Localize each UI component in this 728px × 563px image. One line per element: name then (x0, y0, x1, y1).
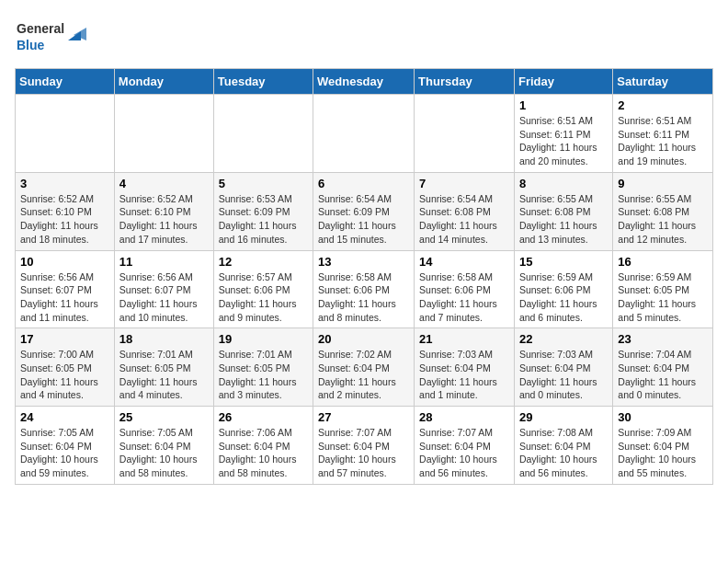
day-cell: 17Sunrise: 7:00 AM Sunset: 6:05 PM Dayli… (16, 328, 115, 407)
day-number: 14 (419, 255, 509, 269)
day-info: Sunrise: 7:00 AM Sunset: 6:05 PM Dayligh… (20, 348, 109, 402)
day-number: 25 (119, 410, 209, 424)
day-number: 6 (318, 177, 409, 190)
calendar-table: SundayMondayTuesdayWednesdayThursdayFrid… (15, 68, 713, 485)
day-number: 20 (318, 332, 409, 346)
day-number: 28 (419, 410, 509, 424)
day-cell: 19Sunrise: 7:01 AM Sunset: 6:05 PM Dayli… (213, 328, 313, 407)
day-cell: 20Sunrise: 7:02 AM Sunset: 6:04 PM Dayli… (313, 328, 415, 407)
day-cell: 29Sunrise: 7:08 AM Sunset: 6:04 PM Dayli… (514, 407, 612, 485)
day-number: 19 (219, 332, 308, 346)
day-number: 16 (618, 255, 708, 269)
day-cell: 15Sunrise: 6:59 AM Sunset: 6:06 PM Dayli… (514, 250, 612, 328)
day-number: 22 (519, 332, 608, 346)
logo-icon: General Blue (15, 15, 97, 55)
week-row-5: 24Sunrise: 7:05 AM Sunset: 6:04 PM Dayli… (16, 407, 713, 485)
day-cell (16, 95, 115, 173)
day-cell: 14Sunrise: 6:58 AM Sunset: 6:06 PM Dayli… (415, 250, 515, 328)
day-info: Sunrise: 6:57 AM Sunset: 6:06 PM Dayligh… (219, 270, 308, 325)
day-cell: 23Sunrise: 7:04 AM Sunset: 6:04 PM Dayli… (613, 328, 713, 407)
day-number: 15 (519, 255, 608, 269)
logo-text: General Blue (15, 15, 97, 59)
day-cell: 8Sunrise: 6:55 AM Sunset: 6:08 PM Daylig… (514, 172, 612, 250)
day-info: Sunrise: 7:06 AM Sunset: 6:04 PM Dayligh… (219, 426, 308, 480)
day-info: Sunrise: 7:01 AM Sunset: 6:05 PM Dayligh… (219, 348, 308, 402)
header: General Blue (15, 15, 713, 59)
day-info: Sunrise: 7:07 AM Sunset: 6:04 PM Dayligh… (318, 426, 409, 480)
day-info: Sunrise: 7:05 AM Sunset: 6:04 PM Dayligh… (20, 426, 109, 480)
day-cell: 13Sunrise: 6:58 AM Sunset: 6:06 PM Dayli… (313, 250, 415, 328)
day-info: Sunrise: 7:07 AM Sunset: 6:04 PM Dayligh… (419, 426, 509, 480)
day-info: Sunrise: 6:56 AM Sunset: 6:07 PM Dayligh… (119, 270, 209, 325)
day-cell: 12Sunrise: 6:57 AM Sunset: 6:06 PM Dayli… (213, 250, 313, 328)
logo: General Blue (15, 15, 97, 59)
day-info: Sunrise: 6:52 AM Sunset: 6:10 PM Dayligh… (20, 192, 109, 247)
weekday-header-tuesday: Tuesday (213, 69, 313, 95)
day-number: 13 (318, 255, 409, 269)
day-number: 8 (519, 177, 608, 190)
day-number: 9 (618, 177, 708, 190)
day-number: 23 (618, 332, 708, 346)
day-cell: 30Sunrise: 7:09 AM Sunset: 6:04 PM Dayli… (613, 407, 713, 485)
week-row-2: 3Sunrise: 6:52 AM Sunset: 6:10 PM Daylig… (16, 172, 713, 250)
day-number: 26 (219, 410, 308, 424)
day-number: 11 (119, 255, 209, 269)
day-number: 4 (119, 177, 209, 190)
day-cell (313, 95, 415, 173)
day-info: Sunrise: 6:59 AM Sunset: 6:05 PM Dayligh… (618, 270, 708, 325)
weekday-header-thursday: Thursday (415, 69, 515, 95)
day-info: Sunrise: 6:51 AM Sunset: 6:11 PM Dayligh… (519, 114, 608, 168)
day-number: 18 (119, 332, 209, 346)
day-number: 24 (20, 410, 109, 424)
weekday-header-friday: Friday (514, 69, 612, 95)
day-info: Sunrise: 6:55 AM Sunset: 6:08 PM Dayligh… (618, 192, 708, 247)
day-cell: 4Sunrise: 6:52 AM Sunset: 6:10 PM Daylig… (114, 172, 213, 250)
weekday-header-sunday: Sunday (16, 69, 115, 95)
day-number: 21 (419, 332, 509, 346)
day-info: Sunrise: 7:03 AM Sunset: 6:04 PM Dayligh… (519, 348, 608, 402)
week-row-1: 1Sunrise: 6:51 AM Sunset: 6:11 PM Daylig… (16, 95, 713, 173)
day-number: 7 (419, 177, 509, 190)
day-info: Sunrise: 7:05 AM Sunset: 6:04 PM Dayligh… (119, 426, 209, 480)
day-info: Sunrise: 6:58 AM Sunset: 6:06 PM Dayligh… (419, 270, 509, 325)
day-cell: 18Sunrise: 7:01 AM Sunset: 6:05 PM Dayli… (114, 328, 213, 407)
day-number: 17 (20, 332, 109, 346)
weekday-header-saturday: Saturday (613, 69, 713, 95)
day-cell: 6Sunrise: 6:54 AM Sunset: 6:09 PM Daylig… (313, 172, 415, 250)
day-cell: 11Sunrise: 6:56 AM Sunset: 6:07 PM Dayli… (114, 250, 213, 328)
day-cell: 25Sunrise: 7:05 AM Sunset: 6:04 PM Dayli… (114, 407, 213, 485)
day-info: Sunrise: 6:54 AM Sunset: 6:08 PM Dayligh… (419, 192, 509, 247)
week-row-3: 10Sunrise: 6:56 AM Sunset: 6:07 PM Dayli… (16, 250, 713, 328)
day-cell (114, 95, 213, 173)
day-cell: 9Sunrise: 6:55 AM Sunset: 6:08 PM Daylig… (613, 172, 713, 250)
day-info: Sunrise: 7:01 AM Sunset: 6:05 PM Dayligh… (119, 348, 209, 402)
svg-text:Blue: Blue (17, 38, 45, 52)
svg-text:General: General (17, 21, 64, 36)
day-cell: 24Sunrise: 7:05 AM Sunset: 6:04 PM Dayli… (16, 407, 115, 485)
week-row-4: 17Sunrise: 7:00 AM Sunset: 6:05 PM Dayli… (16, 328, 713, 407)
day-number: 27 (318, 410, 409, 424)
day-info: Sunrise: 6:59 AM Sunset: 6:06 PM Dayligh… (519, 270, 608, 325)
day-number: 2 (618, 98, 708, 112)
day-info: Sunrise: 6:53 AM Sunset: 6:09 PM Dayligh… (219, 192, 308, 247)
day-cell: 22Sunrise: 7:03 AM Sunset: 6:04 PM Dayli… (514, 328, 612, 407)
day-cell: 26Sunrise: 7:06 AM Sunset: 6:04 PM Dayli… (213, 407, 313, 485)
day-cell: 10Sunrise: 6:56 AM Sunset: 6:07 PM Dayli… (16, 250, 115, 328)
day-info: Sunrise: 6:58 AM Sunset: 6:06 PM Dayligh… (318, 270, 409, 325)
day-number: 5 (219, 177, 308, 190)
day-cell: 2Sunrise: 6:51 AM Sunset: 6:11 PM Daylig… (613, 95, 713, 173)
day-info: Sunrise: 6:55 AM Sunset: 6:08 PM Dayligh… (519, 192, 608, 247)
day-cell: 16Sunrise: 6:59 AM Sunset: 6:05 PM Dayli… (613, 250, 713, 328)
day-cell: 3Sunrise: 6:52 AM Sunset: 6:10 PM Daylig… (16, 172, 115, 250)
weekday-header-monday: Monday (114, 69, 213, 95)
day-cell: 27Sunrise: 7:07 AM Sunset: 6:04 PM Dayli… (313, 407, 415, 485)
day-cell: 1Sunrise: 6:51 AM Sunset: 6:11 PM Daylig… (514, 95, 612, 173)
day-number: 1 (519, 98, 608, 112)
day-cell: 21Sunrise: 7:03 AM Sunset: 6:04 PM Dayli… (415, 328, 515, 407)
day-number: 3 (20, 177, 109, 190)
day-cell: 28Sunrise: 7:07 AM Sunset: 6:04 PM Dayli… (415, 407, 515, 485)
day-cell (213, 95, 313, 173)
day-number: 12 (219, 255, 308, 269)
day-info: Sunrise: 6:51 AM Sunset: 6:11 PM Dayligh… (618, 114, 708, 168)
day-info: Sunrise: 7:08 AM Sunset: 6:04 PM Dayligh… (519, 426, 608, 480)
